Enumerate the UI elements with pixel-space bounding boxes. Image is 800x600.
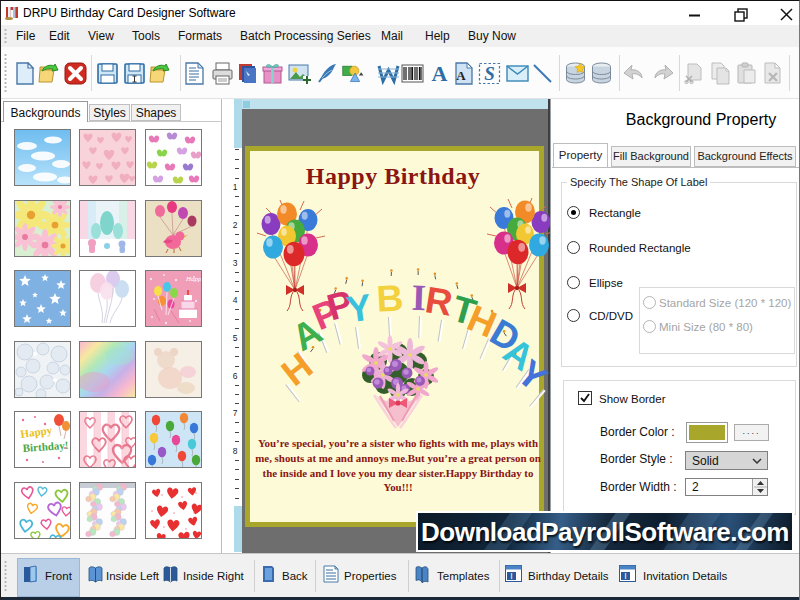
svg-text:Happy: Happy bbox=[185, 275, 201, 283]
svg-text:A: A bbox=[456, 68, 466, 83]
svg-text:I: I bbox=[510, 571, 513, 581]
svg-text:I: I bbox=[624, 571, 627, 581]
svg-text:A: A bbox=[432, 62, 448, 85]
svg-text:S: S bbox=[484, 63, 495, 84]
